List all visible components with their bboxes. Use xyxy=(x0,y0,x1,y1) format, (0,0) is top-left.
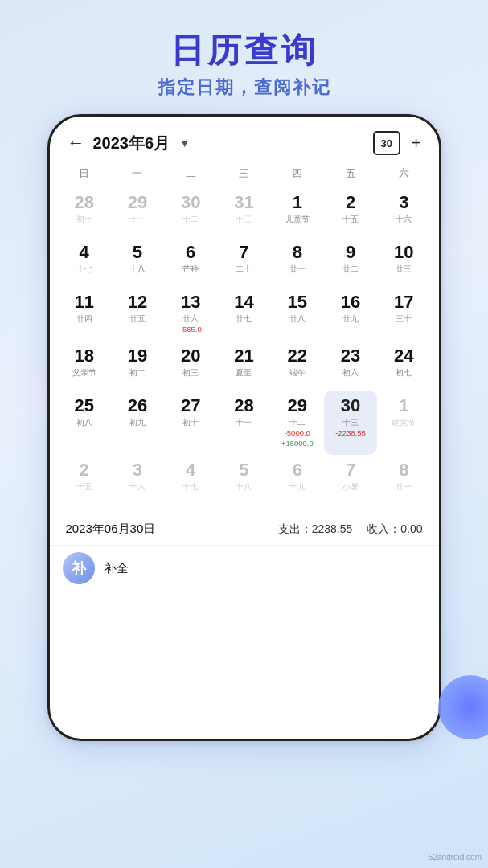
day-lunar: 廿六 xyxy=(182,314,199,324)
day-number: 14 xyxy=(234,292,253,313)
day-number: 12 xyxy=(128,292,147,313)
bottom-bar: 2023年06月30日 支出：2238.55 收入：0.00 xyxy=(50,510,439,545)
weekday-label: 四 xyxy=(271,163,324,186)
calendar-day[interactable]: 19初二 xyxy=(111,341,164,391)
calendar-day[interactable]: 11廿四 xyxy=(58,287,111,341)
month-label[interactable]: 2023年6月 xyxy=(93,133,170,154)
calendar-day[interactable]: 28十一 xyxy=(217,391,270,455)
calendar-day[interactable]: 6芒种 xyxy=(164,237,217,287)
day-lunar: 十九 xyxy=(289,482,306,492)
days-grid: 28初十29十一30十二31十三1儿童节2十五3十六4十七5十八6芒种7二十8廿… xyxy=(58,187,431,505)
day-number: 7 xyxy=(346,460,355,481)
day-number: 1 xyxy=(293,192,302,213)
day-number: 10 xyxy=(394,242,413,263)
weekday-label: 二 xyxy=(164,163,217,186)
calendar-day[interactable]: 4十七 xyxy=(164,455,217,505)
calendar-day[interactable]: 14廿七 xyxy=(217,287,270,341)
calendar-day[interactable]: 20初三 xyxy=(164,341,217,391)
calendar-day[interactable]: 31十三 xyxy=(217,187,270,237)
day-lunar: 十一 xyxy=(129,215,146,224)
day-number: 30 xyxy=(181,192,200,213)
calendar-day[interactable]: 1建党节 xyxy=(377,391,430,455)
day-number: 6 xyxy=(186,242,195,263)
calendar-day[interactable]: 29十二-5000.0+15000.0 xyxy=(271,391,324,455)
calendar-icon[interactable]: 30 xyxy=(373,131,400,155)
day-lunar: 初七 xyxy=(396,368,412,378)
day-lunar: 廿九 xyxy=(342,314,359,324)
calendar-day[interactable]: 22端午 xyxy=(271,341,324,391)
expense-info: 支出：2238.55 xyxy=(278,522,353,537)
expense-value: 2238.55 xyxy=(312,522,353,535)
calendar-day[interactable]: 1儿童节 xyxy=(271,187,324,237)
day-lunar: 初十 xyxy=(182,418,199,428)
day-lunar: 初九 xyxy=(129,418,146,428)
day-lunar: 十二 xyxy=(182,215,199,224)
calendar-day[interactable]: 5十八 xyxy=(217,455,270,505)
day-number: 22 xyxy=(288,346,307,366)
day-number: 28 xyxy=(74,192,93,213)
title-section: 日历查询 指定日期，查阅补记 xyxy=(0,0,488,114)
calendar-day[interactable]: 24初七 xyxy=(377,341,430,391)
calendar-day[interactable]: 9廿二 xyxy=(324,237,377,287)
calendar-day[interactable]: 2十五 xyxy=(58,455,111,505)
day-lunar: 十一 xyxy=(236,418,252,428)
calendar-day[interactable]: 8廿一 xyxy=(377,455,430,505)
day-lunar: 十三 xyxy=(236,215,252,224)
day-number: 13 xyxy=(181,292,200,313)
calendar-day[interactable]: 10廿三 xyxy=(377,237,430,287)
day-lunar: 父亲节 xyxy=(72,368,96,378)
calendar-day[interactable]: 28初十 xyxy=(58,187,111,237)
calendar-day[interactable]: 30十二 xyxy=(164,187,217,237)
calendar-day[interactable]: 29十一 xyxy=(111,187,164,237)
calendar-day[interactable]: 5十八 xyxy=(111,237,164,287)
calendar-day[interactable]: 25初八 xyxy=(58,391,111,455)
day-number: 18 xyxy=(74,346,93,366)
day-lunar: 十八 xyxy=(129,264,146,274)
calendar-day[interactable]: 13廿六-565.0 xyxy=(164,287,217,341)
sub-title: 指定日期，查阅补记 xyxy=(0,76,488,100)
calendar-day[interactable]: 18父亲节 xyxy=(58,341,111,391)
calendar-day[interactable]: 3十六 xyxy=(377,187,430,237)
calendar-day[interactable]: 4十七 xyxy=(58,237,111,287)
day-number: 4 xyxy=(80,242,89,263)
day-number: 16 xyxy=(341,292,360,313)
day-lunar: 廿八 xyxy=(289,314,306,324)
header-left: ← 2023年6月 ▼ xyxy=(68,133,191,154)
profile-row: 补 补全 xyxy=(50,545,439,591)
day-number: 19 xyxy=(128,346,147,366)
weekday-label: 五 xyxy=(324,163,377,186)
day-number: 15 xyxy=(288,292,307,313)
calendar-day[interactable]: 26初九 xyxy=(111,391,164,455)
day-lunar: 廿一 xyxy=(396,482,412,492)
calendar-day[interactable]: 16廿九 xyxy=(324,287,377,341)
calendar-day[interactable]: 17三十 xyxy=(377,287,430,341)
calendar-day[interactable]: 30十三-2238.55 xyxy=(324,391,377,455)
calendar-day[interactable]: 8廿一 xyxy=(271,237,324,287)
day-lunar: 十二 xyxy=(289,418,306,428)
calendar-day[interactable]: 2十五 xyxy=(324,187,377,237)
calendar-day[interactable]: 7二十 xyxy=(217,237,270,287)
day-number: 29 xyxy=(288,395,307,416)
calendar-day[interactable]: 3十六 xyxy=(111,455,164,505)
day-number: 6 xyxy=(293,460,302,481)
day-lunar: 十六 xyxy=(396,215,412,224)
calendar-day[interactable]: 12廿五 xyxy=(111,287,164,341)
calendar-day[interactable]: 21夏至 xyxy=(217,341,270,391)
day-lunar: 廿三 xyxy=(396,264,412,274)
calendar-day[interactable]: 27初十 xyxy=(164,391,217,455)
calendar-icon-num: 30 xyxy=(381,137,392,149)
dropdown-arrow-icon[interactable]: ▼ xyxy=(179,137,190,149)
day-lunar: 廿七 xyxy=(236,314,252,324)
selected-date: 2023年06月30日 xyxy=(66,522,156,537)
back-arrow-icon[interactable]: ← xyxy=(68,133,85,154)
day-number: 3 xyxy=(133,460,142,481)
day-lunar: 初八 xyxy=(76,418,92,428)
calendar-day[interactable]: 6十九 xyxy=(271,455,324,505)
add-icon[interactable]: + xyxy=(412,134,421,153)
weekday-label: 日 xyxy=(58,163,111,186)
weekday-label: 一 xyxy=(111,163,164,186)
calendar-day[interactable]: 7小暑 xyxy=(324,455,377,505)
calendar-day[interactable]: 23初六 xyxy=(324,341,377,391)
calendar-day[interactable]: 15廿八 xyxy=(271,287,324,341)
day-number: 25 xyxy=(74,395,93,416)
